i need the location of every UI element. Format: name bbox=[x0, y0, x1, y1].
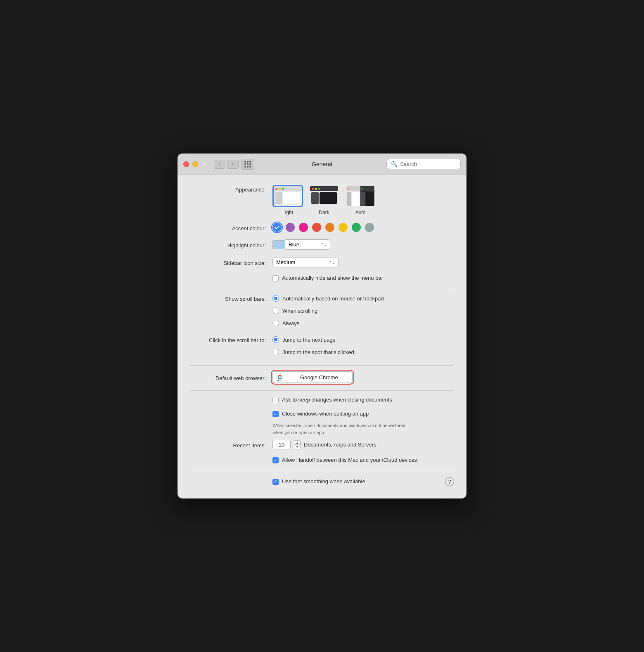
accent-colour-options bbox=[272, 223, 374, 232]
recent-items-row: Recent items: ▲ ▼ Documents, Apps and Se… bbox=[190, 440, 454, 449]
accent-yellow[interactable] bbox=[339, 223, 348, 232]
search-input[interactable] bbox=[400, 161, 456, 167]
font-smoothing-checkbox-label: Use font smoothing when available bbox=[282, 478, 365, 484]
highlight-colour-select-wrapper: Blue Red Orange Yellow Green Purple Pink… bbox=[285, 239, 330, 250]
font-smoothing-checkbox[interactable]: Use font smoothing when available bbox=[272, 478, 445, 485]
scroll-always-radio-label: Always bbox=[282, 320, 299, 326]
appearance-auto-thumb bbox=[345, 185, 376, 207]
titlebar: ‹ › General 🔍 bbox=[178, 154, 466, 175]
scroll-when-radio-circle bbox=[272, 307, 279, 314]
default-browser-selector[interactable]: Google Chrome ⌃⌄ bbox=[272, 371, 353, 383]
scroll-bars-row: Show scroll bars: Automatically based on… bbox=[190, 295, 454, 329]
click-spot-radio-label: Jump to the spot that's clicked bbox=[282, 349, 354, 355]
back-button[interactable]: ‹ bbox=[214, 160, 225, 169]
accent-green[interactable] bbox=[352, 223, 361, 232]
close-windows-label bbox=[190, 411, 272, 412]
click-next-page-radio[interactable]: Jump to the next page bbox=[272, 336, 336, 343]
ask-keep-checkbox-box bbox=[272, 397, 279, 403]
appearance-dark[interactable]: Dark bbox=[309, 185, 339, 215]
menu-bar-checkbox-label: Automatically hide and show the menu bar bbox=[282, 275, 383, 281]
ask-keep-checkbox-label: Ask to keep changes when closing documen… bbox=[282, 397, 392, 403]
accent-purple[interactable] bbox=[286, 223, 295, 232]
ask-keep-row: Ask to keep changes when closing documen… bbox=[190, 397, 454, 403]
scroll-bars-label: Show scroll bars: bbox=[190, 295, 272, 302]
highlight-colour-select[interactable]: Blue Red Orange Yellow Green Purple Pink… bbox=[285, 239, 330, 250]
recent-items-input[interactable] bbox=[272, 440, 291, 449]
recent-items-stepper: ▲ ▼ bbox=[294, 440, 301, 449]
click-next-page-radio-label: Jump to the next page bbox=[282, 337, 336, 343]
content-area: Appearance: Ligh bbox=[178, 175, 466, 498]
appearance-label: Appearance: bbox=[190, 185, 272, 193]
divider-1 bbox=[190, 289, 454, 289]
close-windows-checkbox-box bbox=[272, 411, 279, 417]
highlight-colour-control: Blue Red Orange Yellow Green Purple Pink… bbox=[272, 239, 330, 250]
ask-keep-checkbox[interactable]: Ask to keep changes when closing documen… bbox=[272, 397, 392, 403]
appearance-dark-label: Dark bbox=[319, 210, 329, 215]
recent-items-group: ▲ ▼ Documents, Apps and Servers bbox=[272, 440, 376, 449]
close-windows-controls: Close windows when quitting an app When … bbox=[272, 411, 405, 436]
nav-buttons: ‹ › bbox=[214, 160, 239, 169]
accent-blue[interactable] bbox=[272, 223, 282, 232]
recent-items-up[interactable]: ▲ bbox=[294, 441, 300, 445]
sidebar-icon-size-label: Sidebar icon size: bbox=[190, 258, 272, 266]
divider-2 bbox=[190, 365, 454, 366]
highlight-colour-label: Highlight colour: bbox=[190, 241, 272, 248]
click-spot-radio-circle bbox=[272, 349, 279, 355]
maximize-button[interactable] bbox=[201, 161, 207, 167]
menu-bar-label bbox=[190, 277, 272, 279]
scroll-when-radio[interactable]: When scrolling bbox=[272, 307, 317, 314]
scroll-always-radio[interactable]: Always bbox=[272, 320, 299, 326]
accent-red[interactable] bbox=[312, 223, 321, 232]
scroll-auto-radio-circle bbox=[272, 295, 279, 302]
appearance-auto[interactable]: Auto bbox=[345, 185, 376, 215]
minimize-button[interactable] bbox=[192, 161, 198, 167]
recent-items-suffix: Documents, Apps and Servers bbox=[304, 442, 376, 448]
appearance-light[interactable]: Light bbox=[272, 185, 303, 215]
system-preferences-window: ‹ › General 🔍 Appearance: bbox=[178, 154, 466, 498]
help-button[interactable]: ? bbox=[445, 477, 454, 486]
handoff-checkbox-label: Allow Handoff between this Mac and your … bbox=[282, 457, 417, 463]
appearance-light-thumb bbox=[272, 185, 303, 207]
sidebar-icon-size-row: Sidebar icon size: Small Medium Large ⌃⌄ bbox=[190, 257, 454, 267]
grid-view-button[interactable] bbox=[241, 159, 254, 170]
click-scroll-row: Click in the scroll bar to: Jump to the … bbox=[190, 336, 454, 358]
default-browser-wrapper: Google Chrome ⌃⌄ bbox=[272, 371, 353, 383]
close-windows-subtext: When selected, open documents and window… bbox=[272, 422, 405, 436]
appearance-light-label: Light bbox=[282, 210, 293, 215]
sidebar-icon-size-select[interactable]: Small Medium Large bbox=[272, 257, 339, 267]
traffic-lights bbox=[183, 161, 207, 167]
highlight-colour-row: Highlight colour: Blue Red Orange Yellow… bbox=[190, 239, 454, 250]
recent-items-down[interactable]: ▼ bbox=[294, 445, 300, 449]
window-title: General bbox=[312, 161, 332, 168]
appearance-dark-thumb bbox=[309, 185, 339, 207]
search-box[interactable]: 🔍 bbox=[386, 159, 461, 169]
svg-point-0 bbox=[273, 223, 281, 232]
menu-bar-checkbox[interactable]: Automatically hide and show the menu bar bbox=[272, 275, 383, 281]
close-windows-checkbox-label: Close windows when quitting an app bbox=[282, 411, 369, 417]
close-windows-checkbox[interactable]: Close windows when quitting an app bbox=[272, 411, 369, 417]
appearance-row: Appearance: Ligh bbox=[190, 185, 454, 215]
font-smoothing-checkbox-box bbox=[272, 479, 279, 485]
default-browser-label: Default web browser: bbox=[190, 373, 272, 381]
svg-point-5 bbox=[279, 376, 281, 378]
handoff-checkbox-box bbox=[272, 457, 279, 463]
default-browser-row: Default web browser: bbox=[190, 371, 454, 383]
forward-button[interactable]: › bbox=[227, 160, 239, 169]
accent-gray[interactable] bbox=[365, 223, 374, 232]
scroll-auto-radio[interactable]: Automatically based on mouse or trackpad bbox=[272, 295, 384, 302]
click-spot-radio[interactable]: Jump to the spot that's clicked bbox=[272, 349, 354, 355]
close-button[interactable] bbox=[183, 161, 189, 167]
browser-name: Google Chrome bbox=[300, 374, 338, 380]
accent-orange[interactable] bbox=[325, 223, 334, 232]
chrome-icon-actual bbox=[276, 373, 284, 381]
click-scroll-options: Jump to the next page Jump to the spot t… bbox=[272, 336, 354, 358]
click-scroll-label: Click in the scroll bar to: bbox=[190, 336, 272, 343]
highlight-colour-swatch bbox=[272, 240, 285, 249]
accent-pink[interactable] bbox=[299, 223, 308, 232]
ask-keep-label bbox=[190, 399, 272, 401]
handoff-checkbox[interactable]: Allow Handoff between this Mac and your … bbox=[272, 457, 417, 463]
scroll-auto-radio-label: Automatically based on mouse or trackpad bbox=[282, 295, 384, 302]
font-smoothing-row: Use font smoothing when available ? bbox=[190, 477, 454, 486]
accent-colour-label: Accent colour: bbox=[190, 224, 272, 232]
search-icon: 🔍 bbox=[391, 161, 398, 167]
